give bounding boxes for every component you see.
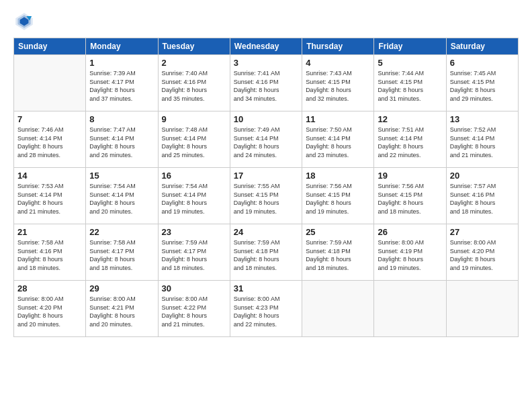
day-number: 22	[89, 227, 154, 237]
calendar-cell: 13Sunrise: 7:52 AMSunset: 4:14 PMDayligh…	[446, 111, 518, 168]
cell-content: Sunrise: 8:00 AMSunset: 4:22 PMDaylight:…	[162, 295, 226, 328]
day-number: 16	[162, 171, 226, 181]
day-header-monday: Monday	[86, 38, 158, 55]
calendar-cell: 24Sunrise: 7:59 AMSunset: 4:18 PMDayligh…	[230, 224, 302, 281]
day-header-saturday: Saturday	[446, 38, 518, 55]
day-number: 20	[450, 171, 515, 181]
cell-content: Sunrise: 7:54 AMSunset: 4:14 PMDaylight:…	[162, 182, 226, 216]
cell-content: Sunrise: 7:58 AMSunset: 4:16 PMDaylight:…	[17, 238, 82, 272]
day-number: 23	[162, 227, 226, 237]
calendar-cell: 17Sunrise: 7:55 AMSunset: 4:15 PMDayligh…	[230, 168, 302, 224]
cell-content: Sunrise: 7:54 AMSunset: 4:14 PMDaylight:…	[89, 182, 154, 216]
cell-content: Sunrise: 7:58 AMSunset: 4:17 PMDaylight:…	[89, 238, 154, 272]
calendar-cell: 25Sunrise: 7:59 AMSunset: 4:18 PMDayligh…	[302, 224, 374, 281]
day-header-thursday: Thursday	[302, 38, 374, 55]
day-number: 5	[378, 58, 442, 68]
calendar-cell: 26Sunrise: 8:00 AMSunset: 4:19 PMDayligh…	[374, 224, 446, 281]
cell-content: Sunrise: 8:00 AMSunset: 4:20 PMDaylight:…	[17, 295, 82, 328]
calendar-cell: 20Sunrise: 7:57 AMSunset: 4:16 PMDayligh…	[446, 168, 518, 224]
week-row-4: 28Sunrise: 8:00 AMSunset: 4:20 PMDayligh…	[14, 281, 519, 337]
week-row-1: 7Sunrise: 7:46 AMSunset: 4:14 PMDaylight…	[14, 111, 519, 168]
cell-content: Sunrise: 8:00 AMSunset: 4:23 PMDaylight:…	[234, 295, 298, 328]
calendar-cell	[446, 281, 518, 337]
day-header-friday: Friday	[374, 38, 446, 55]
cell-content: Sunrise: 7:52 AMSunset: 4:14 PMDaylight:…	[450, 126, 515, 159]
calendar-cell: 10Sunrise: 7:49 AMSunset: 4:14 PMDayligh…	[230, 111, 302, 168]
calendar-cell: 11Sunrise: 7:50 AMSunset: 4:14 PMDayligh…	[302, 111, 374, 168]
cell-content: Sunrise: 7:59 AMSunset: 4:17 PMDaylight:…	[162, 238, 226, 272]
day-number: 1	[89, 58, 154, 68]
day-number: 27	[450, 227, 515, 237]
day-number: 31	[234, 283, 298, 293]
calendar-cell: 9Sunrise: 7:48 AMSunset: 4:14 PMDaylight…	[158, 111, 230, 168]
day-number: 26	[378, 227, 442, 237]
cell-content: Sunrise: 7:45 AMSunset: 4:15 PMDaylight:…	[450, 69, 515, 103]
cell-content: Sunrise: 7:41 AMSunset: 4:16 PMDaylight:…	[234, 69, 298, 103]
calendar-cell: 31Sunrise: 8:00 AMSunset: 4:23 PMDayligh…	[230, 281, 302, 337]
day-number: 18	[306, 171, 370, 181]
day-number: 21	[17, 227, 82, 237]
calendar-cell: 4Sunrise: 7:43 AMSunset: 4:15 PMDaylight…	[302, 55, 374, 111]
week-row-0: 1Sunrise: 7:39 AMSunset: 4:17 PMDaylight…	[14, 55, 519, 111]
week-row-3: 21Sunrise: 7:58 AMSunset: 4:16 PMDayligh…	[14, 224, 519, 281]
cell-content: Sunrise: 7:59 AMSunset: 4:18 PMDaylight:…	[306, 238, 370, 272]
day-number: 4	[306, 58, 370, 68]
calendar-cell: 15Sunrise: 7:54 AMSunset: 4:14 PMDayligh…	[86, 168, 158, 224]
cell-content: Sunrise: 8:00 AMSunset: 4:21 PMDaylight:…	[89, 295, 154, 328]
calendar-cell: 12Sunrise: 7:51 AMSunset: 4:14 PMDayligh…	[374, 111, 446, 168]
calendar-cell: 7Sunrise: 7:46 AMSunset: 4:14 PMDaylight…	[14, 111, 86, 168]
cell-content: Sunrise: 7:53 AMSunset: 4:14 PMDaylight:…	[17, 182, 82, 216]
calendar-cell: 29Sunrise: 8:00 AMSunset: 4:21 PMDayligh…	[86, 281, 158, 337]
day-number: 2	[162, 58, 226, 68]
day-number: 29	[89, 283, 154, 293]
cell-content: Sunrise: 7:56 AMSunset: 4:15 PMDaylight:…	[378, 182, 442, 216]
header	[13, 11, 519, 32]
calendar-cell: 2Sunrise: 7:40 AMSunset: 4:16 PMDaylight…	[158, 55, 230, 111]
day-number: 19	[378, 171, 442, 181]
cell-content: Sunrise: 7:59 AMSunset: 4:18 PMDaylight:…	[234, 238, 298, 272]
cell-content: Sunrise: 7:49 AMSunset: 4:14 PMDaylight:…	[234, 126, 298, 159]
day-number: 3	[234, 58, 298, 68]
day-number: 28	[17, 283, 82, 293]
day-number: 13	[450, 114, 515, 124]
logo	[13, 11, 38, 32]
cell-content: Sunrise: 7:57 AMSunset: 4:16 PMDaylight:…	[450, 182, 515, 216]
cell-content: Sunrise: 7:43 AMSunset: 4:15 PMDaylight:…	[306, 69, 370, 103]
day-header-wednesday: Wednesday	[230, 38, 302, 55]
day-header-tuesday: Tuesday	[158, 38, 230, 55]
cell-content: Sunrise: 7:51 AMSunset: 4:14 PMDaylight:…	[378, 126, 442, 159]
day-number: 17	[234, 171, 298, 181]
calendar-cell: 21Sunrise: 7:58 AMSunset: 4:16 PMDayligh…	[14, 224, 86, 281]
cell-content: Sunrise: 7:47 AMSunset: 4:14 PMDaylight:…	[89, 126, 154, 159]
day-number: 7	[17, 114, 82, 124]
calendar-cell: 14Sunrise: 7:53 AMSunset: 4:14 PMDayligh…	[14, 168, 86, 224]
day-number: 14	[17, 171, 82, 181]
cell-content: Sunrise: 8:00 AMSunset: 4:20 PMDaylight:…	[450, 238, 515, 272]
calendar-cell: 30Sunrise: 8:00 AMSunset: 4:22 PMDayligh…	[158, 281, 230, 337]
calendar-cell: 8Sunrise: 7:47 AMSunset: 4:14 PMDaylight…	[86, 111, 158, 168]
calendar-cell: 1Sunrise: 7:39 AMSunset: 4:17 PMDaylight…	[86, 55, 158, 111]
calendar-cell: 3Sunrise: 7:41 AMSunset: 4:16 PMDaylight…	[230, 55, 302, 111]
day-number: 9	[162, 114, 226, 124]
calendar-cell: 28Sunrise: 8:00 AMSunset: 4:20 PMDayligh…	[14, 281, 86, 337]
calendar-table: SundayMondayTuesdayWednesdayThursdayFrid…	[13, 38, 519, 337]
week-row-2: 14Sunrise: 7:53 AMSunset: 4:14 PMDayligh…	[14, 168, 519, 224]
calendar-cell: 6Sunrise: 7:45 AMSunset: 4:15 PMDaylight…	[446, 55, 518, 111]
calendar-cell	[374, 281, 446, 337]
cell-content: Sunrise: 7:56 AMSunset: 4:15 PMDaylight:…	[306, 182, 370, 216]
calendar-cell	[14, 55, 86, 111]
calendar-cell: 22Sunrise: 7:58 AMSunset: 4:17 PMDayligh…	[86, 224, 158, 281]
calendar-header-row: SundayMondayTuesdayWednesdayThursdayFrid…	[14, 38, 519, 55]
day-number: 10	[234, 114, 298, 124]
logo-icon	[13, 11, 35, 32]
calendar-cell: 19Sunrise: 7:56 AMSunset: 4:15 PMDayligh…	[374, 168, 446, 224]
cell-content: Sunrise: 7:50 AMSunset: 4:14 PMDaylight:…	[306, 126, 370, 159]
cell-content: Sunrise: 8:00 AMSunset: 4:19 PMDaylight:…	[378, 238, 442, 272]
calendar-cell: 18Sunrise: 7:56 AMSunset: 4:15 PMDayligh…	[302, 168, 374, 224]
calendar-cell: 16Sunrise: 7:54 AMSunset: 4:14 PMDayligh…	[158, 168, 230, 224]
cell-content: Sunrise: 7:55 AMSunset: 4:15 PMDaylight:…	[234, 182, 298, 216]
day-number: 6	[450, 58, 515, 68]
cell-content: Sunrise: 7:40 AMSunset: 4:16 PMDaylight:…	[162, 69, 226, 103]
calendar-cell: 5Sunrise: 7:44 AMSunset: 4:15 PMDaylight…	[374, 55, 446, 111]
day-number: 8	[89, 114, 154, 124]
